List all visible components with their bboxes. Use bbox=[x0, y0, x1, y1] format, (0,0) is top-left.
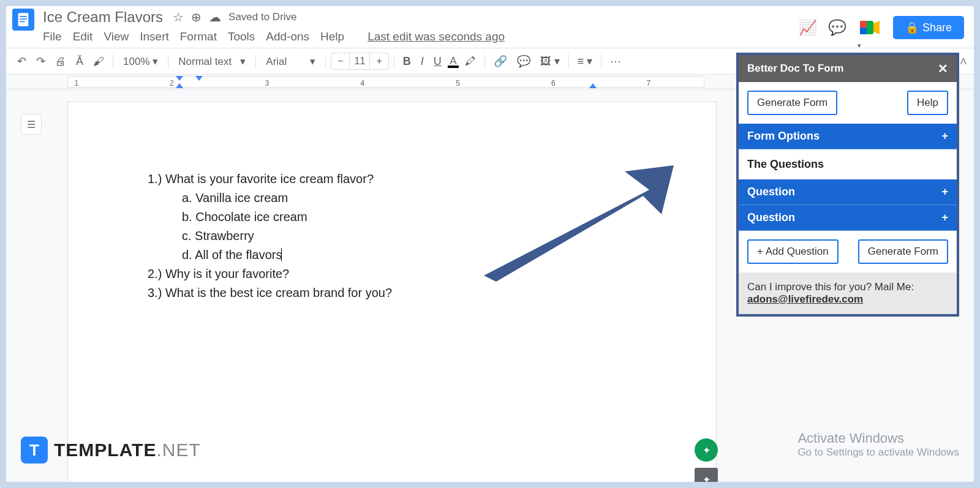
add-question-button[interactable]: + Add Question bbox=[747, 239, 839, 264]
share-button[interactable]: 🔒 Share bbox=[893, 16, 964, 39]
spellcheck-icon[interactable]: Ă bbox=[72, 53, 87, 70]
generate-form-button-2[interactable]: Generate Form bbox=[858, 239, 948, 264]
menu-help[interactable]: Help bbox=[320, 30, 344, 43]
font-size-input[interactable] bbox=[349, 53, 370, 69]
form-options-section[interactable]: Form Options+ bbox=[739, 124, 957, 149]
lock-icon: 🔒 bbox=[905, 21, 919, 34]
docs-logo-icon[interactable] bbox=[12, 9, 34, 31]
menu-file[interactable]: File bbox=[43, 30, 62, 43]
font-size-control[interactable]: − + bbox=[331, 53, 389, 70]
doc-line: b. Chocolate ice cream bbox=[148, 208, 636, 226]
collapse-toolbar-icon[interactable]: ᐱ bbox=[960, 56, 967, 66]
template-logo-icon: T bbox=[21, 437, 48, 464]
ruler-tick: 1 bbox=[74, 79, 78, 88]
italic-icon[interactable]: I bbox=[417, 53, 428, 70]
generate-form-button[interactable]: Generate Form bbox=[747, 91, 837, 115]
svg-rect-2 bbox=[20, 18, 27, 20]
menu-edit[interactable]: Edit bbox=[73, 30, 93, 43]
text-color-icon[interactable]: A bbox=[448, 55, 459, 68]
doc-line: c. Strawberry bbox=[148, 227, 636, 245]
print-icon[interactable]: 🖨 bbox=[51, 53, 70, 70]
indent-right-marker[interactable] bbox=[589, 83, 597, 88]
activate-windows-watermark: Activate Windows Go to Settings to activ… bbox=[797, 430, 959, 459]
font-select[interactable]: Arial ▾ bbox=[261, 53, 320, 70]
ruler-tick: 6 bbox=[551, 79, 556, 88]
menu-insert[interactable]: Insert bbox=[140, 30, 169, 43]
cloud-icon: ☁ bbox=[209, 10, 221, 24]
menu-addons[interactable]: Add-ons bbox=[266, 30, 309, 43]
close-icon[interactable]: ✕ bbox=[938, 61, 948, 76]
ruler-tick: 3 bbox=[265, 79, 270, 88]
addon-sidepanel: Better Doc To Form ✕ Generate Form Help … bbox=[736, 53, 959, 317]
doc-line: a. Vanilla ice cream bbox=[148, 189, 636, 207]
align-icon[interactable]: ≡ ▾ bbox=[574, 52, 597, 70]
template-net-logo: T TEMPLATE.NET bbox=[21, 437, 201, 464]
zoom-select[interactable]: 100% ▾ bbox=[118, 53, 163, 70]
link-icon[interactable]: 🔗 bbox=[490, 52, 511, 70]
last-edit-link[interactable]: Last edit was seconds ago bbox=[368, 30, 505, 43]
question-section[interactable]: Question+ bbox=[739, 205, 957, 231]
redo-icon[interactable]: ↷ bbox=[32, 52, 49, 70]
document-page[interactable]: 1.) What is your favorite ice cream flav… bbox=[67, 102, 717, 482]
svg-rect-5 bbox=[860, 21, 867, 28]
add-button[interactable]: ✦ bbox=[695, 468, 718, 482]
menu-tools[interactable]: Tools bbox=[228, 30, 255, 43]
highlight-icon[interactable]: 🖍 bbox=[461, 53, 480, 70]
activity-icon[interactable]: 📈 bbox=[799, 19, 817, 36]
ruler-tick: 2 bbox=[170, 79, 174, 88]
question-section[interactable]: Question+ bbox=[739, 179, 957, 205]
svg-marker-7 bbox=[873, 21, 880, 34]
panel-title: Better Doc To Form bbox=[747, 62, 843, 75]
comments-icon[interactable]: 💬 bbox=[828, 19, 846, 36]
underline-icon[interactable]: U bbox=[430, 53, 445, 70]
menu-format[interactable]: Format bbox=[180, 30, 217, 43]
undo-icon[interactable]: ↶ bbox=[13, 52, 30, 70]
contact-email-link[interactable]: adons@livefiredev.com bbox=[747, 293, 863, 305]
ruler-tick: 7 bbox=[647, 79, 651, 88]
help-button[interactable]: Help bbox=[907, 91, 948, 115]
questions-heading: The Questions bbox=[739, 149, 957, 179]
indent-firstline-marker[interactable] bbox=[195, 76, 203, 81]
star-icon[interactable]: ☆ bbox=[173, 10, 184, 24]
bold-icon[interactable]: B bbox=[399, 53, 415, 70]
increase-font-icon[interactable]: + bbox=[370, 53, 388, 69]
decrease-font-icon[interactable]: − bbox=[331, 53, 349, 69]
menu-view[interactable]: View bbox=[104, 30, 129, 43]
ruler-tick: 5 bbox=[456, 79, 460, 88]
indent-marker-bottom[interactable] bbox=[176, 83, 183, 88]
document-title[interactable]: Ice Cream Flavors bbox=[43, 9, 163, 26]
svg-rect-6 bbox=[860, 28, 867, 34]
style-select[interactable]: Normal text ▾ bbox=[173, 53, 251, 70]
doc-line: 1.) What is your favorite ice cream flav… bbox=[148, 170, 636, 188]
doc-line: 2.) Why is it your favorite? bbox=[148, 265, 636, 283]
meet-icon[interactable]: ▾ bbox=[858, 18, 882, 37]
image-icon[interactable]: 🖼 ▾ bbox=[537, 52, 564, 70]
save-status: Saved to Drive bbox=[228, 11, 297, 23]
ruler-tick: 4 bbox=[360, 79, 364, 88]
svg-rect-1 bbox=[20, 16, 27, 17]
explore-button[interactable]: ✦ bbox=[695, 438, 718, 462]
share-label: Share bbox=[922, 21, 952, 34]
doc-line: d. All of the flavors bbox=[148, 246, 636, 264]
indent-marker-top[interactable] bbox=[176, 76, 183, 81]
panel-footer: Can I improve this for you? Mail Me: ado… bbox=[739, 272, 957, 314]
doc-line: 3.) What is the best ice cream brand for… bbox=[148, 283, 636, 302]
outline-toggle-icon[interactable]: ☰ bbox=[21, 114, 42, 135]
move-icon[interactable]: ⊕ bbox=[191, 10, 202, 24]
more-icon[interactable]: ⋯ bbox=[606, 52, 625, 70]
comment-icon[interactable]: 💬 bbox=[513, 52, 534, 70]
svg-rect-3 bbox=[20, 21, 24, 23]
paint-format-icon[interactable]: 🖌 bbox=[89, 53, 108, 70]
